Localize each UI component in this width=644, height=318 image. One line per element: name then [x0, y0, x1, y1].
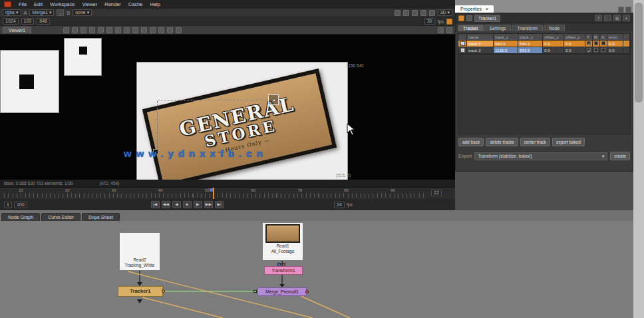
row-checkbox[interactable]: ✓: [460, 41, 465, 46]
tab-viewer1[interactable]: Viewer1: [3, 27, 31, 33]
menu-render[interactable]: Render: [104, 1, 121, 7]
t-checkbox[interactable]: ✓: [587, 41, 591, 45]
brush-tool-icon[interactable]: [124, 27, 130, 33]
cell-offset-x[interactable]: 0.0: [543, 41, 564, 47]
fast-forward-button[interactable]: ▶▶: [204, 201, 213, 208]
node-merge-premult[interactable]: Merge_Premult1: [257, 287, 307, 296]
step-back-button[interactable]: ◀: [172, 201, 181, 208]
tab-dope-sheet[interactable]: Dope Sheet: [82, 213, 120, 221]
roto-tool-icon[interactable]: [158, 27, 164, 33]
blend-mode-button[interactable]: -: [57, 9, 64, 16]
overlay-icon[interactable]: [420, 10, 426, 16]
pause-indicator-icon[interactable]: [446, 19, 452, 25]
t-checkbox[interactable]: ✓: [587, 48, 591, 52]
center-node-icon[interactable]: [604, 15, 611, 21]
r-checkbox[interactable]: [594, 41, 598, 45]
wipe-tool-icon[interactable]: [167, 27, 173, 33]
scrollbar[interactable]: [633, 0, 644, 318]
corner-pin-tool-icon[interactable]: [106, 27, 112, 33]
cell-track-x[interactable]: 960.0: [494, 41, 518, 47]
export-dropdown[interactable]: Transform (stabilize, baked) ▾: [474, 152, 607, 160]
node-color-swatch[interactable]: [458, 15, 464, 21]
cell-track-y[interactable]: 553.9: [518, 47, 543, 54]
tab-settings[interactable]: Settings: [484, 25, 512, 31]
go-to-end-button[interactable]: ▶|: [215, 201, 224, 208]
viewer-canvas[interactable]: GENERAL STORE — Hours Only — 1156 540 (5…: [0, 35, 455, 180]
tab-tracker[interactable]: Tracker: [458, 25, 484, 31]
add-track-button[interactable]: add track: [458, 138, 484, 146]
node-name-field[interactable]: Tracker1: [474, 15, 500, 22]
cell-name[interactable]: track 2: [467, 47, 494, 54]
select-tool-icon[interactable]: [63, 27, 69, 33]
range-start-field[interactable]: 1: [4, 202, 12, 208]
play-button[interactable]: ▶: [194, 201, 202, 208]
viewer-field-2[interactable]: 100: [21, 18, 35, 25]
node-transform1[interactable]: Transform1: [264, 266, 303, 275]
skew-tool-icon[interactable]: [98, 27, 104, 33]
scale-tool-icon[interactable]: [89, 27, 95, 33]
stop-button[interactable]: ■: [183, 201, 192, 208]
go-to-start-button[interactable]: |◀: [151, 201, 160, 208]
playhead[interactable]: [213, 188, 214, 200]
tab-node-graph[interactable]: Node Graph: [1, 213, 40, 221]
menu-edit[interactable]: Edit: [34, 1, 43, 7]
s-checkbox[interactable]: [601, 48, 605, 52]
menu-viewer[interactable]: Viewer: [82, 1, 97, 7]
panel-lock-icon[interactable]: [625, 7, 631, 13]
menu-cache[interactable]: Cache: [128, 1, 143, 7]
cell-offset-y[interactable]: 0.0: [564, 41, 585, 47]
crop-tool-icon[interactable]: [115, 27, 121, 33]
cell-track-y[interactable]: 540.0: [518, 41, 543, 47]
menu-help[interactable]: Help: [150, 1, 160, 7]
gamma-icon[interactable]: [429, 10, 435, 16]
cell-name[interactable]: track 1: [467, 41, 494, 47]
tab-node[interactable]: Node: [544, 25, 565, 31]
node-tracker1[interactable]: Tracker1: [118, 286, 163, 297]
table-row[interactable]: ✓ track 1 960.0 540.0 0.0 0.0 ✓ 0.0: [458, 41, 630, 47]
clone-tool-icon[interactable]: [132, 27, 138, 33]
cell-offset-x[interactable]: 0.0: [543, 47, 564, 54]
tracker-anchor[interactable]: [268, 94, 279, 105]
tab-properties[interactable]: Properties ×: [455, 5, 494, 13]
cell-error[interactable]: 0.0: [607, 47, 623, 54]
fast-rewind-button[interactable]: ◀◀: [162, 201, 170, 208]
help-icon[interactable]: ?: [595, 15, 602, 21]
scrollbar-thumb[interactable]: [635, 3, 643, 102]
playback-fps-field[interactable]: 24: [334, 202, 345, 208]
view-mode-dropdown[interactable]: 3D ▾: [438, 9, 452, 16]
cell-error[interactable]: 0.0: [607, 41, 623, 47]
delete-tracks-button[interactable]: delete tracks: [486, 138, 518, 146]
range-end-field[interactable]: 100: [14, 202, 27, 208]
menu-workspace[interactable]: Workspace: [50, 1, 75, 7]
channel-dropdown[interactable]: rgba ▾: [3, 9, 21, 16]
input-a-dropdown[interactable]: Merge1 ▾: [29, 9, 54, 16]
eraser-tool-icon[interactable]: [141, 27, 147, 33]
s-checkbox[interactable]: [601, 41, 605, 45]
node-read1[interactable]: Read1 All_Footage: [262, 222, 303, 261]
settings-icon[interactable]: [438, 27, 444, 33]
close-icon[interactable]: ×: [486, 7, 488, 11]
zoom-tool-icon[interactable]: [176, 27, 182, 33]
table-row[interactable]: ✓ track 2 1135.5 553.9 0.0 0.0 ✓ 0.0: [458, 47, 630, 54]
create-button[interactable]: create: [610, 152, 630, 160]
grid-icon[interactable]: [403, 10, 409, 16]
postage-stamp-icon[interactable]: [466, 15, 472, 21]
float-panel-icon[interactable]: ⧉: [613, 15, 621, 21]
input-b-dropdown[interactable]: none ▾: [73, 9, 92, 16]
timeline-ruler[interactable]: 10 20 30 40 50 60 70 80 90 22: [0, 187, 455, 199]
r-checkbox[interactable]: [594, 48, 598, 52]
track-tool-icon[interactable]: [150, 27, 156, 33]
node-graph[interactable]: Read2 Tracking_White Read1 All_Footage T…: [0, 221, 633, 318]
translate-tool-icon[interactable]: [72, 27, 78, 33]
center-track-button[interactable]: center track: [520, 138, 550, 146]
cell-track-x[interactable]: 1135.5: [494, 47, 518, 54]
row-checkbox[interactable]: ✓: [460, 48, 465, 53]
timeline-end-field[interactable]: 22: [431, 190, 442, 196]
tab-transform[interactable]: Transform: [512, 25, 543, 31]
close-panel-icon[interactable]: ×: [623, 15, 630, 21]
cell-offset-y[interactable]: 0.0: [564, 47, 585, 54]
mask-icon[interactable]: [412, 10, 418, 16]
menu-file[interactable]: File: [19, 1, 27, 7]
viewer-field-3[interactable]: 848: [37, 18, 50, 25]
layout-icon[interactable]: [395, 10, 401, 16]
